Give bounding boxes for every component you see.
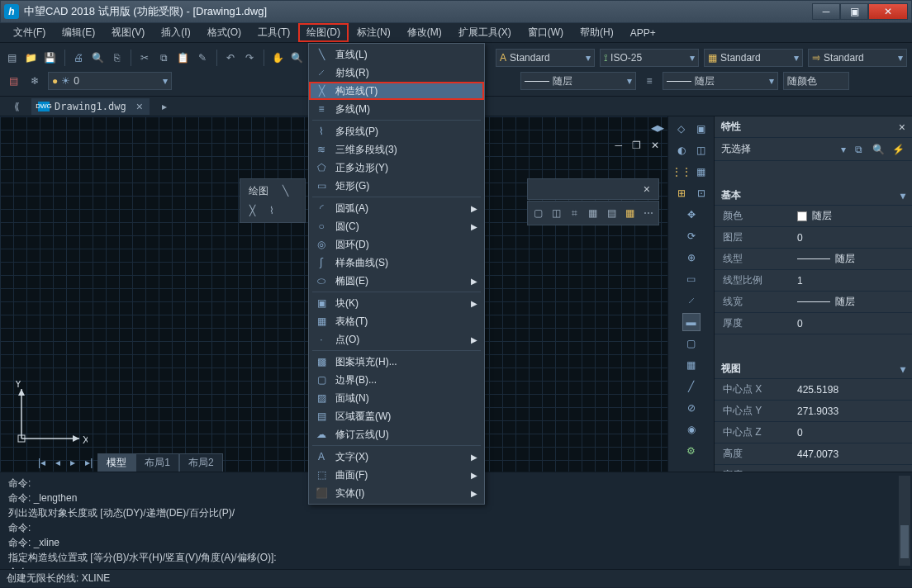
maximize-button[interactable]: ▣ bbox=[840, 3, 868, 20]
rp-pan-icon[interactable]: ✥ bbox=[682, 206, 701, 224]
prop-color[interactable]: 随层 bbox=[797, 209, 912, 223]
tab-layout1[interactable]: 布局1 bbox=[135, 453, 179, 472]
rp-erase-icon[interactable]: ◇ bbox=[672, 120, 691, 138]
prop-ltscale[interactable]: 1 bbox=[797, 275, 912, 287]
zoom-icon[interactable]: 🔍 bbox=[290, 50, 304, 66]
combo-plotstyle[interactable]: 随颜色 bbox=[783, 72, 849, 90]
menu-item[interactable]: ▩图案填充(H)... bbox=[309, 353, 484, 371]
mdi-minimize-icon[interactable]: ─ bbox=[611, 140, 625, 151]
match-icon[interactable]: ✎ bbox=[195, 50, 209, 66]
rp-measure-icon[interactable]: ⟋ bbox=[682, 292, 701, 310]
menu-item[interactable]: ╲直线(L) bbox=[309, 45, 484, 64]
combo-dimstyle[interactable]: ⟟ISO-25▾ bbox=[600, 49, 699, 67]
rp-zoom-icon[interactable]: ⊕ bbox=[682, 249, 701, 267]
rp-move-icon[interactable]: ▦ bbox=[692, 163, 710, 181]
vc1-icon[interactable]: ▢ bbox=[531, 205, 544, 221]
menu-item[interactable]: ʃ样条曲线(S) bbox=[309, 254, 484, 272]
tab-nav-last[interactable]: ▸| bbox=[80, 455, 97, 470]
prop-linetype[interactable]: 随层 bbox=[797, 252, 912, 266]
vc4-icon[interactable]: ▦ bbox=[587, 205, 600, 221]
paste-icon[interactable]: 📋 bbox=[176, 50, 190, 66]
open-icon[interactable]: 📁 bbox=[24, 50, 38, 66]
menu-format[interactable]: 格式(O) bbox=[199, 23, 249, 42]
rp-mirror-icon[interactable]: ◐ bbox=[672, 141, 691, 159]
menu-edit[interactable]: 编辑(E) bbox=[54, 23, 103, 42]
layer-manager-icon[interactable]: ▤ bbox=[5, 73, 21, 89]
pan-icon[interactable]: ✋ bbox=[271, 50, 285, 66]
mdi-restore-icon[interactable]: ❐ bbox=[629, 140, 644, 151]
combo-layer[interactable]: ●☀0▾ bbox=[48, 72, 172, 90]
document-tab[interactable]: DWG Drawing1.dwg × bbox=[31, 98, 150, 115]
close-button[interactable]: ✕ bbox=[868, 3, 908, 20]
menu-window[interactable]: 窗口(W) bbox=[520, 23, 572, 42]
tab-nav-first[interactable]: |◂ bbox=[33, 455, 50, 470]
menu-app[interactable]: APP+ bbox=[622, 25, 664, 41]
vc2-icon[interactable]: ◫ bbox=[549, 205, 563, 221]
line-icon[interactable]: ╲ bbox=[277, 183, 293, 199]
quickselect-icon[interactable]: ⧉ bbox=[851, 142, 866, 157]
undo-icon[interactable]: ↶ bbox=[223, 50, 237, 66]
cmd-scrollbar[interactable] bbox=[899, 476, 910, 566]
properties-selection[interactable]: 无选择 bbox=[721, 142, 836, 156]
menu-item[interactable]: ▤区域覆盖(W) bbox=[309, 407, 484, 425]
rp-scale-icon[interactable]: ⊡ bbox=[692, 184, 710, 202]
vc5-icon[interactable]: ▤ bbox=[605, 205, 618, 221]
menu-dimension[interactable]: 标注(N) bbox=[349, 23, 399, 42]
pline-icon[interactable]: ⌇ bbox=[264, 202, 280, 219]
menu-item[interactable]: ⬛实体(I)▶ bbox=[309, 484, 484, 502]
combo-tablestyle[interactable]: ▦Standard▾ bbox=[704, 49, 803, 67]
copy-icon[interactable]: ⧉ bbox=[157, 50, 171, 66]
menu-item[interactable]: ▨面域(N) bbox=[309, 389, 484, 407]
save-icon[interactable]: 💾 bbox=[43, 50, 57, 66]
combo-textstyle[interactable]: AStandard▾ bbox=[496, 49, 595, 67]
tab-close-icon[interactable]: × bbox=[136, 100, 143, 113]
minimize-button[interactable]: ─ bbox=[812, 3, 840, 20]
rp-region-icon[interactable]: ▭ bbox=[682, 270, 701, 288]
rp-xray-icon[interactable]: ╱ bbox=[682, 377, 701, 396]
rp-array-icon[interactable]: ⋮⋮ bbox=[672, 163, 691, 181]
menu-item[interactable]: ≡多线(M) bbox=[309, 100, 484, 118]
menu-item[interactable]: ▢边界(B)... bbox=[309, 371, 484, 389]
menu-tools[interactable]: 工具(T) bbox=[249, 23, 298, 42]
menu-item[interactable]: ☁修订云线(U) bbox=[309, 425, 484, 443]
menu-item[interactable]: ⟋射线(R) bbox=[309, 64, 484, 82]
properties-close-icon[interactable]: × bbox=[899, 121, 905, 134]
xline-icon[interactable]: ╳ bbox=[244, 202, 260, 219]
tab-nav-prev[interactable]: ◂ bbox=[50, 455, 65, 470]
float-toolbar-viewcontrols[interactable]: ▢ ◫ ⌗ ▦ ▤ ▦ ⋯ bbox=[527, 201, 659, 225]
menu-view[interactable]: 视图(V) bbox=[103, 23, 153, 42]
prop-cx[interactable]: 425.5198 bbox=[797, 384, 912, 396]
linetype-icon[interactable]: ≡ bbox=[641, 73, 658, 89]
menu-item[interactable]: ·点(O)▶ bbox=[309, 330, 484, 349]
layer-states-icon[interactable]: ❄ bbox=[26, 73, 43, 89]
rp-wire-icon[interactable]: ▢ bbox=[682, 334, 701, 353]
group-view[interactable]: 视图▾ bbox=[715, 359, 912, 379]
menu-item[interactable]: ╳构造线(T) bbox=[309, 82, 484, 100]
new-tab-icon[interactable]: ▸ bbox=[156, 98, 173, 115]
tab-home-icon[interactable]: ⟪ bbox=[8, 98, 25, 115]
rp-visual-icon[interactable]: ▬ bbox=[682, 313, 701, 331]
rp-offset-icon[interactable]: ◫ bbox=[692, 141, 710, 159]
rp-rotate-icon[interactable]: ⊞ bbox=[672, 184, 691, 202]
menu-modify[interactable]: 修改(M) bbox=[399, 23, 450, 42]
menu-draw[interactable]: 绘图(D) bbox=[298, 23, 349, 42]
prop-height[interactable]: 447.0073 bbox=[797, 448, 912, 460]
prop-thickness[interactable]: 0 bbox=[797, 318, 912, 330]
prop-lineweight[interactable]: 随层 bbox=[797, 295, 912, 309]
prop-cy[interactable]: 271.9033 bbox=[797, 405, 912, 417]
prop-layer[interactable]: 0 bbox=[797, 232, 912, 244]
menu-item[interactable]: ▦表格(T) bbox=[309, 312, 484, 330]
pickadd-icon[interactable]: 🔍 bbox=[871, 142, 886, 157]
tab-nav-next[interactable]: ▸ bbox=[65, 455, 80, 470]
combo-linetype[interactable]: 随层▾ bbox=[520, 72, 636, 90]
menu-item[interactable]: ▭矩形(G) bbox=[309, 177, 484, 195]
rp-orbit-icon[interactable]: ⟳ bbox=[682, 227, 701, 245]
menu-item[interactable]: ≋三维多段线(3) bbox=[309, 140, 484, 159]
preview-icon[interactable]: 🔍 bbox=[91, 50, 105, 66]
publish-icon[interactable]: ⎘ bbox=[110, 50, 124, 66]
vc7-icon[interactable]: ⋯ bbox=[642, 205, 655, 221]
mdi-close-icon[interactable]: ✕ bbox=[648, 140, 663, 151]
menu-item[interactable]: ⬚曲面(F)▶ bbox=[309, 466, 484, 484]
float-toolbar-draw[interactable]: 绘图 ╲ ╳ ⌇ bbox=[240, 178, 306, 223]
rp-cfg-icon[interactable]: ⚙ bbox=[682, 442, 701, 460]
